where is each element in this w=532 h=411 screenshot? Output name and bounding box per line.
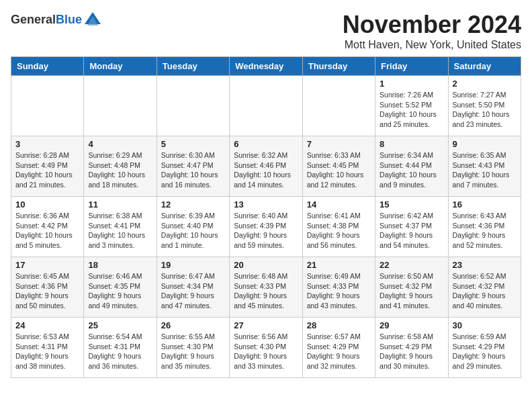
calendar-cell: 29Sunrise: 6:58 AM Sunset: 4:29 PM Dayli… [375, 318, 448, 378]
month-title: November 2024 [343, 11, 521, 39]
day-info: Sunrise: 6:41 AM Sunset: 4:38 PM Dayligh… [307, 211, 371, 250]
calendar-cell: 4Sunrise: 6:29 AM Sunset: 4:48 PM Daylig… [84, 136, 157, 197]
day-number: 30 [453, 320, 517, 330]
calendar-cell: 16Sunrise: 6:43 AM Sunset: 4:36 PM Dayli… [448, 197, 521, 257]
day-number: 6 [234, 139, 298, 149]
location-title: Mott Haven, New York, United States [343, 39, 521, 51]
calendar-cell: 7Sunrise: 6:33 AM Sunset: 4:45 PM Daylig… [302, 136, 375, 197]
day-number: 16 [453, 199, 517, 210]
day-number: 11 [88, 199, 152, 210]
header-cell-thursday: Thursday [302, 57, 375, 76]
calendar-week-1: 1Sunrise: 7:26 AM Sunset: 5:52 PM Daylig… [11, 76, 521, 136]
day-info: Sunrise: 6:56 AM Sunset: 4:30 PM Dayligh… [234, 332, 298, 371]
day-number: 3 [15, 139, 79, 149]
day-number: 1 [380, 79, 443, 89]
day-info: Sunrise: 7:27 AM Sunset: 5:50 PM Dayligh… [453, 90, 517, 130]
day-info: Sunrise: 6:28 AM Sunset: 4:49 PM Dayligh… [15, 150, 79, 190]
day-info: Sunrise: 6:47 AM Sunset: 4:34 PM Dayligh… [161, 271, 225, 311]
day-info: Sunrise: 6:46 AM Sunset: 4:35 PM Dayligh… [88, 271, 152, 311]
day-info: Sunrise: 7:26 AM Sunset: 5:52 PM Dayligh… [380, 90, 443, 130]
day-info: Sunrise: 6:43 AM Sunset: 4:36 PM Dayligh… [453, 211, 517, 250]
title-area: November 2024 Mott Haven, New York, Unit… [343, 11, 521, 51]
day-number: 15 [380, 199, 443, 210]
calendar-header: SundayMondayTuesdayWednesdayThursdayFrid… [11, 57, 521, 76]
day-info: Sunrise: 6:39 AM Sunset: 4:40 PM Dayligh… [161, 211, 225, 250]
calendar-cell: 30Sunrise: 6:59 AM Sunset: 4:29 PM Dayli… [448, 318, 521, 378]
day-number: 7 [307, 139, 371, 149]
calendar-week-3: 10Sunrise: 6:36 AM Sunset: 4:42 PM Dayli… [11, 197, 521, 257]
day-number: 26 [161, 320, 225, 330]
header-cell-wednesday: Wednesday [230, 57, 302, 76]
calendar-cell: 12Sunrise: 6:39 AM Sunset: 4:40 PM Dayli… [157, 197, 229, 257]
calendar-cell: 20Sunrise: 6:48 AM Sunset: 4:33 PM Dayli… [230, 257, 302, 318]
day-info: Sunrise: 6:52 AM Sunset: 4:32 PM Dayligh… [453, 271, 517, 311]
calendar-cell [157, 76, 229, 136]
calendar-cell: 27Sunrise: 6:56 AM Sunset: 4:30 PM Dayli… [230, 318, 302, 378]
calendar-cell: 17Sunrise: 6:45 AM Sunset: 4:36 PM Dayli… [11, 257, 84, 318]
calendar-cell: 26Sunrise: 6:55 AM Sunset: 4:30 PM Dayli… [157, 318, 229, 378]
calendar-cell: 6Sunrise: 6:32 AM Sunset: 4:46 PM Daylig… [230, 136, 302, 197]
logo-blue-text: Blue [56, 13, 82, 26]
calendar-body: 1Sunrise: 7:26 AM Sunset: 5:52 PM Daylig… [11, 76, 521, 378]
day-number: 2 [453, 79, 517, 89]
day-info: Sunrise: 6:40 AM Sunset: 4:39 PM Dayligh… [234, 211, 298, 250]
day-number: 21 [307, 260, 371, 270]
day-number: 4 [88, 139, 152, 149]
header-row: SundayMondayTuesdayWednesdayThursdayFrid… [11, 57, 521, 76]
day-info: Sunrise: 6:57 AM Sunset: 4:29 PM Dayligh… [307, 332, 371, 371]
calendar-cell [302, 76, 375, 136]
calendar-week-4: 17Sunrise: 6:45 AM Sunset: 4:36 PM Dayli… [11, 257, 521, 318]
calendar-cell [11, 76, 84, 136]
day-info: Sunrise: 6:50 AM Sunset: 4:32 PM Dayligh… [380, 271, 443, 311]
day-info: Sunrise: 6:34 AM Sunset: 4:44 PM Dayligh… [380, 150, 443, 190]
calendar-cell: 10Sunrise: 6:36 AM Sunset: 4:42 PM Dayli… [11, 197, 84, 257]
calendar-cell: 14Sunrise: 6:41 AM Sunset: 4:38 PM Dayli… [302, 197, 375, 257]
day-number: 14 [307, 199, 371, 210]
calendar-cell: 21Sunrise: 6:49 AM Sunset: 4:33 PM Dayli… [302, 257, 375, 318]
day-number: 22 [380, 260, 443, 270]
day-info: Sunrise: 6:49 AM Sunset: 4:33 PM Dayligh… [307, 271, 371, 311]
header-cell-friday: Friday [375, 57, 448, 76]
day-info: Sunrise: 6:38 AM Sunset: 4:41 PM Dayligh… [88, 211, 152, 250]
calendar-cell: 2Sunrise: 7:27 AM Sunset: 5:50 PM Daylig… [448, 76, 521, 136]
logo: GeneralBlue [11, 11, 102, 30]
calendar-cell: 15Sunrise: 6:42 AM Sunset: 4:37 PM Dayli… [375, 197, 448, 257]
day-info: Sunrise: 6:32 AM Sunset: 4:46 PM Dayligh… [234, 150, 298, 190]
day-number: 17 [15, 260, 79, 270]
logo-icon [83, 11, 102, 30]
header-cell-tuesday: Tuesday [157, 57, 229, 76]
calendar-cell: 9Sunrise: 6:35 AM Sunset: 4:43 PM Daylig… [448, 136, 521, 197]
day-info: Sunrise: 6:45 AM Sunset: 4:36 PM Dayligh… [15, 271, 79, 311]
calendar-cell: 25Sunrise: 6:54 AM Sunset: 4:31 PM Dayli… [84, 318, 157, 378]
calendar-week-2: 3Sunrise: 6:28 AM Sunset: 4:49 PM Daylig… [11, 136, 521, 197]
day-number: 27 [234, 320, 298, 330]
header-cell-saturday: Saturday [448, 57, 521, 76]
day-number: 19 [161, 260, 225, 270]
day-info: Sunrise: 6:55 AM Sunset: 4:30 PM Dayligh… [161, 332, 225, 371]
calendar-cell: 13Sunrise: 6:40 AM Sunset: 4:39 PM Dayli… [230, 197, 302, 257]
day-info: Sunrise: 6:42 AM Sunset: 4:37 PM Dayligh… [380, 211, 443, 250]
calendar-cell: 23Sunrise: 6:52 AM Sunset: 4:32 PM Dayli… [448, 257, 521, 318]
day-number: 25 [88, 320, 152, 330]
day-number: 18 [88, 260, 152, 270]
day-info: Sunrise: 6:58 AM Sunset: 4:29 PM Dayligh… [380, 332, 443, 371]
day-number: 29 [380, 320, 443, 330]
day-info: Sunrise: 6:29 AM Sunset: 4:48 PM Dayligh… [88, 150, 152, 190]
calendar-cell: 18Sunrise: 6:46 AM Sunset: 4:35 PM Dayli… [84, 257, 157, 318]
calendar-cell: 5Sunrise: 6:30 AM Sunset: 4:47 PM Daylig… [157, 136, 229, 197]
header: GeneralBlue November 2024 Mott Haven, Ne… [11, 11, 521, 51]
calendar-cell: 24Sunrise: 6:53 AM Sunset: 4:31 PM Dayli… [11, 318, 84, 378]
calendar-week-5: 24Sunrise: 6:53 AM Sunset: 4:31 PM Dayli… [11, 318, 521, 378]
calendar-cell: 28Sunrise: 6:57 AM Sunset: 4:29 PM Dayli… [302, 318, 375, 378]
day-number: 24 [15, 320, 79, 330]
header-cell-monday: Monday [84, 57, 157, 76]
day-info: Sunrise: 6:59 AM Sunset: 4:29 PM Dayligh… [453, 332, 517, 371]
day-number: 20 [234, 260, 298, 270]
calendar-cell: 11Sunrise: 6:38 AM Sunset: 4:41 PM Dayli… [84, 197, 157, 257]
day-number: 13 [234, 199, 298, 210]
day-number: 10 [15, 199, 79, 210]
day-info: Sunrise: 6:35 AM Sunset: 4:43 PM Dayligh… [453, 150, 517, 190]
day-info: Sunrise: 6:54 AM Sunset: 4:31 PM Dayligh… [88, 332, 152, 371]
day-number: 12 [161, 199, 225, 210]
day-number: 5 [161, 139, 225, 149]
